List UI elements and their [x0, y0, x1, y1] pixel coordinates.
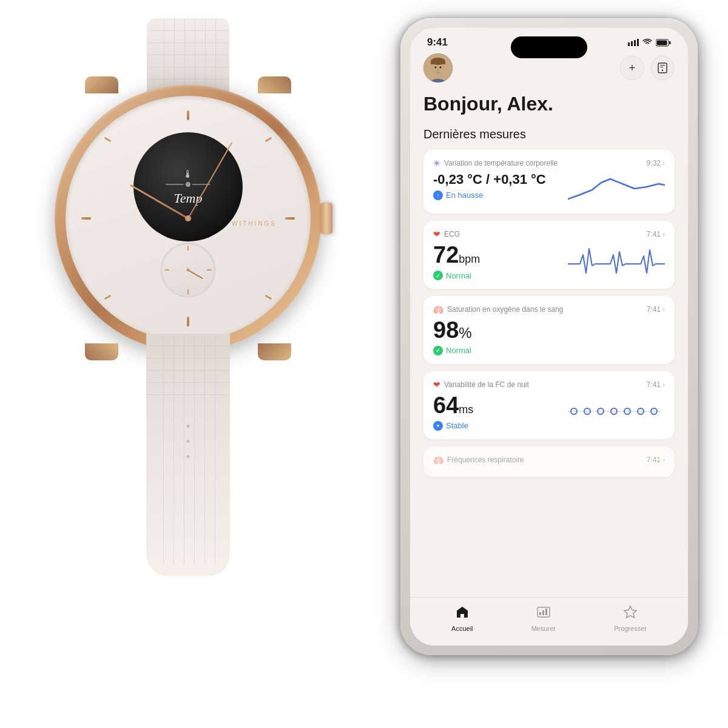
hrv-status: ● Stable [433, 421, 568, 431]
svg-rect-6 [657, 40, 667, 45]
phone-container: 9:41 [400, 18, 698, 655]
progresser-label: Progresser [614, 625, 647, 632]
metric-header-hrv: ❤ Variabilité de la FC de nuit 7:41 › [433, 380, 665, 389]
spo2-value-section: 98% ✓ Normal [433, 318, 665, 356]
ecg-status-text: Normal [446, 271, 471, 280]
metric-time-hrv[interactable]: 7:41 › [647, 380, 665, 389]
metric-value-row-ecg: 72bpm ✓ Normal [433, 243, 665, 280]
accueil-label: Accueil [451, 625, 473, 632]
hrv-status-text: Stable [446, 421, 468, 430]
watch-crown [320, 203, 332, 234]
device-icon [656, 62, 669, 74]
watch-display-text: Temp [174, 190, 203, 206]
metric-card-hrv[interactable]: ❤ Variabilité de la FC de nuit 7:41 › [423, 371, 675, 439]
metric-value-row-temp: -0,23 °C / +0,31 °C ↑ En hausse [433, 172, 665, 205]
metric-header-temp: ✳ Variation de température corporelle 9:… [433, 158, 665, 168]
svg-rect-18 [660, 65, 665, 66]
battery-icon [656, 39, 671, 47]
settings-button[interactable] [650, 56, 675, 80]
hrv-value-section: 64ms ● Stable [433, 393, 568, 431]
tab-mesurer[interactable]: Mesurer [519, 601, 568, 636]
tab-progresser[interactable]: Progresser [602, 601, 659, 636]
star-icon [623, 605, 638, 619]
phone-frame: 9:41 [400, 18, 698, 655]
spo2-icon: 🫁 [433, 305, 443, 314]
scene: 🌡 Temp WITHINGS [0, 0, 728, 728]
metric-time-ecg[interactable]: 7:41 › [647, 230, 665, 238]
svg-point-17 [662, 70, 663, 71]
status-time: 9:41 [427, 36, 448, 49]
temp-chart-svg [568, 172, 665, 205]
svg-rect-2 [634, 40, 636, 46]
svg-rect-16 [658, 63, 667, 73]
svg-rect-5 [669, 41, 671, 44]
metric-label-ecg: ❤ ECG [433, 229, 460, 239]
svg-rect-29 [539, 612, 541, 615]
temp-status: ↑ En hausse [433, 190, 568, 200]
watch-display: 🌡 Temp [133, 132, 243, 241]
svg-point-14 [435, 67, 437, 69]
svg-rect-13 [431, 61, 445, 64]
spo2-status-icon: ✓ [433, 346, 443, 356]
temp-icon: ✳ [433, 158, 440, 168]
add-button[interactable]: + [620, 56, 644, 80]
temp-value-section: -0,23 °C / +0,31 °C ↑ En hausse [433, 172, 568, 200]
svg-rect-19 [660, 67, 663, 67]
watch-body: 🌡 Temp WITHINGS [55, 85, 322, 352]
metric-card-ecg[interactable]: ❤ ECG 7:41 › 72bpm [423, 221, 675, 289]
ecg-chart-svg [568, 243, 665, 276]
wifi-icon [642, 39, 652, 46]
section-title: Dernières mesures [423, 127, 675, 141]
mesurer-icon [536, 605, 551, 623]
metric-label-spo2: 🫁 Saturation en oxygène dans le sang [433, 305, 563, 314]
spo2-value: 98% [433, 318, 665, 343]
metric-time-spo2[interactable]: 7:41 › [647, 305, 665, 314]
watch-brand: WITHINGS [232, 220, 277, 227]
svg-rect-31 [545, 608, 547, 615]
ecg-icon: ❤ [433, 229, 440, 239]
app-content: + [410, 53, 688, 588]
metric-label-respiratory: 🫁 Fréquences respiratoire [433, 455, 524, 465]
signal-icon [628, 39, 639, 46]
hrv-status-icon: ● [433, 421, 443, 431]
watch-subdial [161, 243, 215, 297]
temp-status-text: En hausse [446, 190, 483, 200]
header-actions: + [620, 56, 675, 80]
svg-point-15 [440, 67, 442, 69]
watch-face: 🌡 Temp WITHINGS [66, 96, 311, 341]
ecg-status-icon: ✓ [433, 271, 443, 280]
metric-value-row-spo2: 98% ✓ Normal [433, 318, 665, 356]
hrv-chart-svg [568, 393, 665, 426]
progresser-icon [623, 605, 638, 623]
metric-time-temp[interactable]: 9:32 › [647, 159, 665, 167]
temp-chart [568, 172, 665, 205]
measure-icon [536, 605, 551, 619]
ecg-status: ✓ Normal [433, 271, 568, 280]
spo2-status: ✓ Normal [433, 346, 665, 356]
metric-card-spo2[interactable]: 🫁 Saturation en oxygène dans le sang 7:4… [423, 296, 675, 364]
metric-card-temp[interactable]: ✳ Variation de température corporelle 9:… [423, 150, 675, 214]
greeting: Bonjour, Alex. [423, 92, 675, 115]
home-icon [455, 605, 470, 619]
avatar[interactable] [423, 53, 453, 83]
temp-status-icon: ↑ [433, 190, 443, 200]
ecg-chart [568, 243, 665, 276]
svg-rect-0 [628, 42, 630, 46]
hrv-chart [568, 393, 665, 426]
metric-value-row-hrv: 64ms ● Stable [433, 393, 665, 431]
respiratory-icon: 🫁 [433, 455, 443, 465]
accueil-icon [455, 605, 470, 623]
metric-header-ecg: ❤ ECG 7:41 › [433, 229, 665, 239]
metric-card-respiratory[interactable]: 🫁 Fréquences respiratoire 7:41 › [423, 447, 675, 477]
phone-screen: 9:41 [410, 28, 688, 645]
subdial-center-dot [187, 269, 190, 272]
metric-header-spo2: 🫁 Saturation en oxygène dans le sang 7:4… [433, 305, 665, 314]
watch-container: 🌡 Temp WITHINGS [24, 49, 364, 643]
tab-bar: Accueil Mesurer [410, 597, 688, 645]
dynamic-island [511, 36, 587, 58]
tab-accueil[interactable]: Accueil [439, 601, 485, 636]
metric-time-respiratory[interactable]: 7:41 › [647, 456, 665, 464]
watch-ring: 🌡 Temp WITHINGS [55, 85, 322, 352]
hrv-value: 64ms [433, 393, 568, 419]
svg-rect-30 [542, 610, 544, 615]
